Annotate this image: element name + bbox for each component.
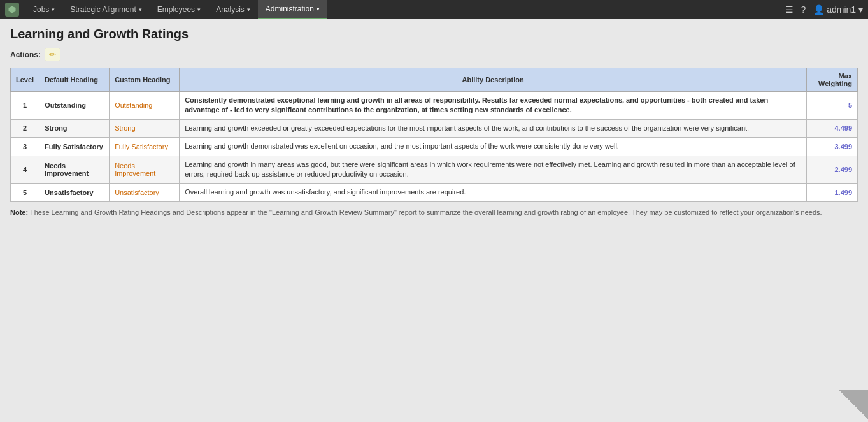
app-logo xyxy=(5,3,19,17)
page-title: Learning and Growth Ratings xyxy=(10,27,858,41)
svg-marker-0 xyxy=(8,6,16,13)
cell-level: 1 xyxy=(11,92,39,120)
table-row: 1OutstandingOutstandingConsistently demo… xyxy=(11,92,858,120)
table-row: 5UnsatisfactoryUnsatisfactoryOverall lea… xyxy=(11,184,858,201)
cell-default-heading: Needs Improvement xyxy=(39,156,110,184)
table-row: 4Needs ImprovementNeeds ImprovementLearn… xyxy=(11,156,858,184)
col-header-level: Level xyxy=(11,68,39,92)
cell-ability-description: Consistently demonstrated exceptional le… xyxy=(180,92,807,120)
table-row: 3Fully SatisfactoryFully SatisfactoryLea… xyxy=(11,138,858,156)
nav-item-jobs[interactable]: Jobs ▾ xyxy=(25,0,62,19)
cell-level: 2 xyxy=(11,119,39,137)
cell-weighting: 2.499 xyxy=(807,156,858,184)
cell-default-heading: Strong xyxy=(39,119,110,137)
note-text: These Learning and Growth Rating Heading… xyxy=(30,208,822,216)
pencil-icon: ✏ xyxy=(49,50,56,59)
cell-custom-heading: Outstanding xyxy=(110,92,180,120)
cell-custom-heading: Strong xyxy=(110,119,180,137)
cell-weighting: 1.499 xyxy=(807,184,858,201)
menu-icon[interactable]: ☰ xyxy=(785,4,793,15)
nav-item-administration[interactable]: Administration ▾ xyxy=(258,0,327,19)
actions-bar: Actions: ✏ xyxy=(10,48,858,61)
cell-ability-description: Learning and growth exceeded or greatly … xyxy=(180,119,807,137)
nav-items: Jobs ▾ Strategic Alignment ▾ Employees ▾… xyxy=(25,0,785,19)
cell-ability-description: Learning and growth demonstrated was exc… xyxy=(180,138,807,156)
cell-custom-heading: Needs Improvement xyxy=(110,156,180,184)
user-menu[interactable]: 👤 admin1 ▾ xyxy=(813,4,863,15)
chevron-down-icon: ▾ xyxy=(139,6,142,13)
cell-default-heading: Outstanding xyxy=(39,92,110,120)
chevron-down-icon: ▾ xyxy=(317,6,320,12)
cell-custom-heading: Fully Satisfactory xyxy=(110,138,180,156)
cell-default-heading: Unsatisfactory xyxy=(39,184,110,201)
table-row: 2StrongStrongLearning and growth exceede… xyxy=(11,119,858,137)
col-header-custom-heading: Custom Heading xyxy=(110,68,180,92)
chevron-down-icon: ▾ xyxy=(247,6,250,13)
cell-level: 4 xyxy=(11,156,39,184)
help-icon[interactable]: ? xyxy=(801,4,806,15)
nav-right: ☰ ? 👤 admin1 ▾ xyxy=(785,4,864,15)
cell-weighting: 3.499 xyxy=(807,138,858,156)
note-row: Note: These Learning and Growth Rating H… xyxy=(10,208,858,216)
chevron-down-icon: ▾ xyxy=(52,6,55,13)
edit-button[interactable]: ✏ xyxy=(45,48,60,61)
nav-item-analysis[interactable]: Analysis ▾ xyxy=(208,0,258,19)
nav-item-strategic-alignment[interactable]: Strategic Alignment ▾ xyxy=(62,0,149,19)
cell-custom-heading: Unsatisfactory xyxy=(110,184,180,201)
main-content: Learning and Growth Ratings Actions: ✏ L… xyxy=(0,19,868,422)
cell-weighting: 5 xyxy=(807,92,858,120)
ratings-table: Level Default Heading Custom Heading Abi… xyxy=(10,68,858,202)
cell-ability-description: Learning and growth in many areas was go… xyxy=(180,156,807,184)
cell-level: 3 xyxy=(11,138,39,156)
nav-item-employees[interactable]: Employees ▾ xyxy=(150,0,208,19)
col-header-ability-description: Ability Description xyxy=(180,68,807,92)
cell-weighting: 4.499 xyxy=(807,119,858,137)
navbar: Jobs ▾ Strategic Alignment ▾ Employees ▾… xyxy=(0,0,868,19)
col-header-max-weighting: Max Weighting xyxy=(807,68,858,92)
chevron-down-icon: ▾ xyxy=(197,6,201,13)
note-label: Note: xyxy=(10,208,28,216)
cell-default-heading: Fully Satisfactory xyxy=(39,138,110,156)
cell-level: 5 xyxy=(11,184,39,201)
col-header-default-heading: Default Heading xyxy=(39,68,110,92)
actions-label: Actions: xyxy=(10,50,41,59)
cell-ability-description: Overall learning and growth was unsatisf… xyxy=(180,184,807,201)
